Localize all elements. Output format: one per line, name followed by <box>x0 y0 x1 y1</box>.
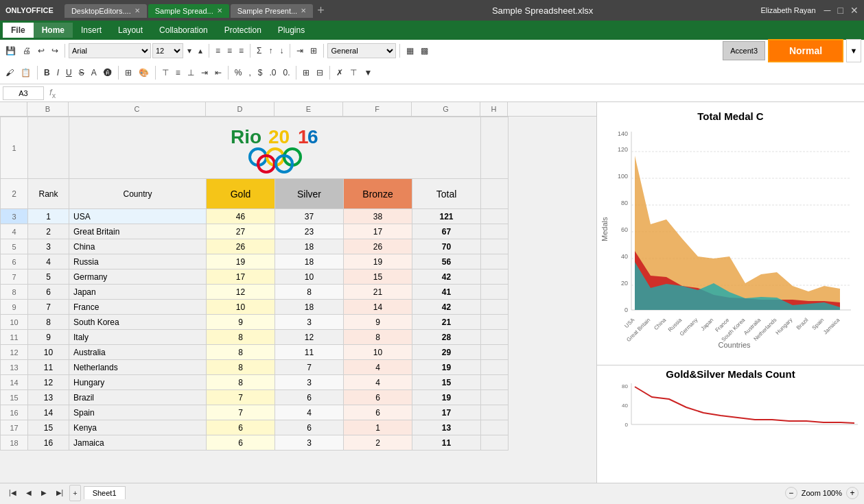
col-h-h[interactable]: H <box>480 102 508 116</box>
cell-silver-14[interactable]: 3 <box>275 375 344 390</box>
cell-gold-13[interactable]: 8 <box>207 360 275 375</box>
cell-silver-16[interactable]: 4 <box>275 405 344 420</box>
cell-h-18[interactable] <box>481 435 509 451</box>
cell-h2[interactable] <box>481 179 509 209</box>
cell-rank-3[interactable]: 1 <box>28 209 69 224</box>
font-select[interactable]: Arial <box>69 43 151 58</box>
cell-gold-15[interactable]: 7 <box>207 390 275 405</box>
cell-rank-5[interactable]: 3 <box>28 239 69 254</box>
menu-file[interactable]: File <box>3 23 34 38</box>
cell-silver-15[interactable]: 6 <box>275 390 344 405</box>
cell-h-10[interactable] <box>481 315 509 330</box>
italic-btn[interactable]: I <box>54 64 62 81</box>
cell-silver-4[interactable]: 23 <box>275 224 344 239</box>
cell-silver-3[interactable]: 37 <box>275 209 344 224</box>
cell-country-5[interactable]: China <box>69 239 207 254</box>
menu-plugins[interactable]: Plugins <box>270 23 313 38</box>
menu-collaboration[interactable]: Collaboration <box>151 23 216 38</box>
cell-country-13[interactable]: Netherlands <box>69 360 207 375</box>
cell-h-12[interactable] <box>481 345 509 360</box>
cell-bronze-9[interactable]: 14 <box>344 300 412 315</box>
cell-country-9[interactable]: France <box>69 300 207 315</box>
cell-b1[interactable] <box>28 117 69 179</box>
cell-country-14[interactable]: Hungary <box>69 375 207 390</box>
cell-gold-16[interactable]: 7 <box>207 405 275 420</box>
align-right-btn[interactable]: ≡ <box>236 43 246 59</box>
cell-gold-header[interactable]: Gold <box>207 179 275 209</box>
cell-bronze-8[interactable]: 21 <box>344 285 412 300</box>
cell-bronze-16[interactable]: 6 <box>344 405 412 420</box>
cell-rank-17[interactable]: 15 <box>28 420 69 435</box>
cell-gold-3[interactable]: 46 <box>207 209 275 224</box>
cell-country-15[interactable]: Brazil <box>69 390 207 405</box>
normal-style[interactable]: Normal <box>768 39 843 62</box>
cell-country-17[interactable]: Kenya <box>69 420 207 435</box>
cell-country-12[interactable]: Australia <box>69 345 207 360</box>
cell-total-7[interactable]: 42 <box>412 269 481 285</box>
cell-rank-header[interactable]: Rank <box>28 179 69 209</box>
menu-home[interactable]: Home <box>34 23 73 38</box>
cell-gold-9[interactable]: 10 <box>207 300 275 315</box>
align-bottom-btn[interactable]: ⊥ <box>185 64 197 81</box>
cell-bronze-14[interactable]: 4 <box>344 375 412 390</box>
cell-h-6[interactable] <box>481 254 509 269</box>
increase-font-btn[interactable]: ▴ <box>196 43 205 59</box>
cell-total-3[interactable]: 121 <box>412 209 481 224</box>
cell-gold-6[interactable]: 19 <box>207 254 275 269</box>
percent-btn[interactable]: % <box>232 64 245 81</box>
new-tab-btn[interactable]: + <box>317 3 325 18</box>
align-middle-btn[interactable]: ≡ <box>173 64 183 81</box>
cell-rank-6[interactable]: 4 <box>28 254 69 269</box>
highlight-btn[interactable]: 🅐 <box>101 64 115 81</box>
cell-total-13[interactable]: 19 <box>412 360 481 375</box>
comma-btn[interactable]: , <box>246 64 253 81</box>
cell-country-11[interactable]: Italy <box>69 330 207 345</box>
cond-format-btn[interactable]: ▦ <box>404 43 417 59</box>
cell-total-6[interactable]: 56 <box>412 254 481 269</box>
col-h-e[interactable]: E <box>275 102 343 116</box>
dollar-btn[interactable]: $ <box>255 64 266 81</box>
col-h-g[interactable]: G <box>412 102 480 116</box>
paste-btn[interactable]: 📋 <box>18 64 34 81</box>
formula-input[interactable] <box>61 86 861 100</box>
copy-style-btn[interactable]: 🖌 <box>3 64 16 81</box>
cell-bronze-18[interactable]: 2 <box>344 435 412 451</box>
cell-total-9[interactable]: 42 <box>412 300 481 315</box>
insert-row-btn[interactable]: ⊞ <box>300 64 312 81</box>
outdent-btn[interactable]: ⇤ <box>212 64 224 81</box>
clear-btn[interactable]: ✗ <box>334 64 346 81</box>
sort-desc-btn[interactable]: ↓ <box>277 43 286 59</box>
tab-close-2[interactable]: ✕ <box>217 7 222 14</box>
cell-silver-8[interactable]: 8 <box>275 285 344 300</box>
cell-total-14[interactable]: 15 <box>412 375 481 390</box>
cell-bronze-15[interactable]: 6 <box>344 390 412 405</box>
cell-h-7[interactable] <box>481 269 509 285</box>
col-h-f[interactable]: F <box>343 102 412 116</box>
format-select[interactable]: General <box>327 43 396 58</box>
cell-rank-15[interactable]: 13 <box>28 390 69 405</box>
cell-country-10[interactable]: South Korea <box>69 315 207 330</box>
cell-h-14[interactable] <box>481 375 509 390</box>
cell-h-13[interactable] <box>481 360 509 375</box>
cell-country-18[interactable]: Jamaica <box>69 435 207 451</box>
tab-2[interactable]: Sample Spread... ✕ <box>148 4 229 18</box>
cell-h-11[interactable] <box>481 330 509 345</box>
sum-btn[interactable]: Σ <box>254 43 264 59</box>
cell-silver-header[interactable]: Silver <box>275 179 344 209</box>
cell-country-7[interactable]: Germany <box>69 269 207 285</box>
cell-country-16[interactable]: Spain <box>69 405 207 420</box>
cell-rank-18[interactable]: 16 <box>28 435 69 451</box>
cell-bronze-13[interactable]: 4 <box>344 360 412 375</box>
accent3-style[interactable]: Accent3 <box>723 41 765 60</box>
cell-rank-14[interactable]: 12 <box>28 375 69 390</box>
underline-btn[interactable]: U <box>63 64 75 81</box>
redo-btn[interactable]: ↪ <box>49 43 61 59</box>
cell-bronze-5[interactable]: 26 <box>344 239 412 254</box>
zoom-out-btn[interactable]: − <box>785 487 797 499</box>
cell-bronze-6[interactable]: 19 <box>344 254 412 269</box>
cell-gold-8[interactable]: 12 <box>207 285 275 300</box>
font-color-btn[interactable]: A <box>89 64 100 81</box>
font-size-select[interactable]: 12 <box>152 43 183 58</box>
wrap-btn[interactable]: ⇥ <box>294 43 306 59</box>
menu-insert[interactable]: Insert <box>73 23 110 38</box>
